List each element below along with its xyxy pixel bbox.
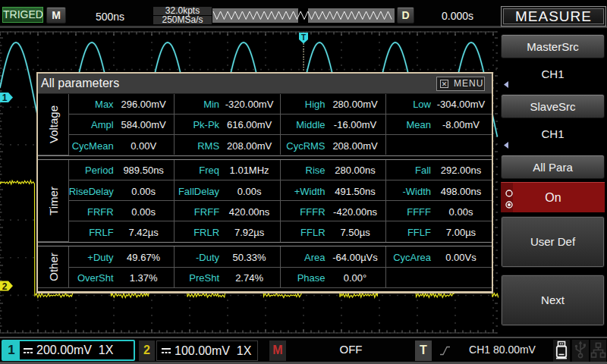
svg-text:2: 2: [2, 281, 8, 292]
svg-text:T: T: [301, 33, 306, 42]
svg-text:1: 1: [2, 93, 8, 103]
